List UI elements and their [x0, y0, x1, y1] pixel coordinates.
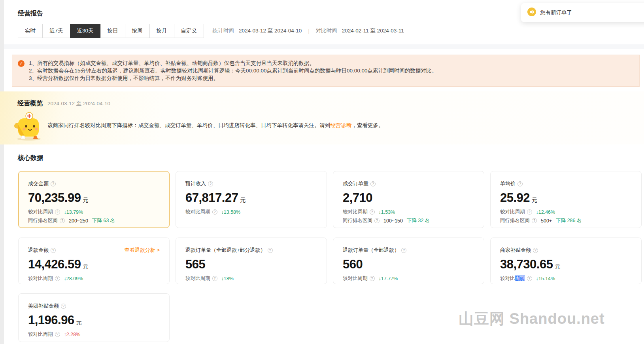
tab-by-week[interactable]: 按周: [125, 24, 150, 38]
business-report-page: 经营报告 实时 近7天 近30天 按日 按周 按月 自定义 统计时间 2024-…: [0, 0, 644, 344]
overview-date-range: 2024-03-12 至 2024-04-10: [47, 100, 110, 107]
card-avg-order-price[interactable]: 单均价 25.92 元 较对比周期 ↓12.46% 同行排名区间 500+ 下降…: [490, 171, 642, 228]
metric-label: 预计收入: [185, 180, 213, 187]
trend-value: ↑2.28%: [64, 332, 81, 337]
compare-label: 较对比周期: [185, 209, 210, 215]
help-icon[interactable]: [60, 218, 65, 223]
metric-label: 单均价: [500, 180, 523, 187]
business-diagnosis-link[interactable]: 经营诊断: [330, 122, 352, 128]
card-order-count[interactable]: 成交订单量 2,710 较对比周期 ↓1.53% 同行排名区间 100~150 …: [333, 171, 484, 228]
metric-unit: 元: [555, 263, 560, 270]
business-overview-section: 经营概览 2024-03-12 至 2024-04-10 该商家同行排名较: [0, 91, 644, 144]
check-circle-icon: [18, 60, 25, 67]
compare-label: 较对比周期: [185, 275, 210, 282]
notice-line: 1、所有的交易指标（如成交金额、成交订单量、单均价、补贴金额、动销商品数）仅包含…: [29, 59, 633, 67]
overview-title: 经营概览: [17, 99, 43, 108]
card-merchant-subsidy[interactable]: 商家补贴金额 38,730.65 元 较对比周期 ↓15.14%: [490, 238, 642, 284]
selected-text: 周期: [515, 276, 525, 281]
trend-value: ↓18%: [221, 276, 234, 281]
new-order-toast[interactable]: 您有新订单了: [521, 3, 644, 22]
compare-label: 较对比周期: [28, 331, 53, 338]
compare-label: 较对比周期: [28, 275, 53, 282]
rank-range: 500+: [541, 218, 552, 224]
rank-range: 100~150: [383, 218, 403, 224]
tab-by-month[interactable]: 按月: [149, 24, 174, 38]
metric-value: 2,710: [343, 191, 372, 205]
tab-last-30-days[interactable]: 近30天: [70, 24, 101, 38]
metric-unit: 元: [83, 197, 88, 204]
help-icon[interactable]: [61, 304, 66, 309]
trend-value: ↓28.09%: [64, 276, 83, 281]
card-estimated-income[interactable]: 预计收入 67,817.27 元 较对比周期 ↓13.58%: [176, 171, 327, 228]
watermark: 山豆网 Shandou.net: [459, 309, 605, 329]
metric-cards-row-2: 退款金额 查看退款分析 > 14,426.59 元 较对比周期 ↓28.09% …: [18, 238, 644, 284]
time-separator: |: [308, 28, 310, 34]
notice-line: 3、经营分析数据仅作为日常数据分析使用，不影响结算，不作为财务对账使用。: [29, 74, 633, 82]
card-refund-orders-all-partial[interactable]: 退款订单量（全部退款+部分退款） 565 较对比周期 ↓18%: [176, 238, 327, 284]
help-icon[interactable]: [374, 218, 380, 223]
tab-by-day[interactable]: 按日: [100, 24, 125, 38]
megaphone-icon: [527, 8, 536, 18]
help-icon[interactable]: [208, 181, 213, 186]
help-icon[interactable]: [527, 209, 532, 215]
rank-label: 同行排名区间: [343, 217, 372, 224]
rank-change: 下降 32 名: [407, 217, 430, 224]
trend-value: ↓15.14%: [536, 276, 555, 281]
statistics-time-bar: 统计时间 2024-03-12 至 2024-04-10 | 对比时间 2024…: [213, 27, 404, 34]
help-icon[interactable]: [55, 209, 60, 215]
notice-banner: 1、所有的交易指标（如成交金额、成交订单量、单均价、补贴金额、动销商品数）仅包含…: [12, 55, 640, 87]
metric-cards-row-1: 成交金额 70,235.99 元 较对比周期 ↓13.79% 同行排名区间 20…: [18, 171, 644, 228]
help-icon[interactable]: [532, 218, 537, 223]
help-icon[interactable]: [55, 332, 60, 337]
help-icon[interactable]: [51, 248, 56, 253]
help-icon[interactable]: [55, 276, 60, 281]
compare-label: 较对比周期: [343, 209, 368, 215]
compare-time-range: 2024-02-11 至 2024-03-11: [342, 27, 404, 34]
metric-unit: 元: [532, 197, 537, 204]
tab-realtime[interactable]: 实时: [18, 24, 43, 38]
card-refund-orders-full[interactable]: 退款订单量（全部退款） 560 较对比周期 ↓17.77%: [333, 238, 484, 284]
help-icon[interactable]: [51, 181, 56, 186]
compare-label: 较对比周期: [28, 209, 53, 215]
view-refund-analysis-link[interactable]: 查看退款分析 >: [125, 247, 160, 254]
help-icon[interactable]: [212, 209, 217, 215]
help-icon[interactable]: [517, 181, 523, 186]
help-icon[interactable]: [401, 248, 406, 253]
metric-label: 美团补贴金额: [28, 302, 66, 310]
trend-value: ↓13.79%: [64, 209, 83, 215]
metric-value: 560: [343, 257, 363, 272]
help-icon[interactable]: [268, 248, 273, 253]
help-icon[interactable]: [370, 181, 376, 186]
metric-unit: 元: [76, 319, 82, 326]
help-icon[interactable]: [533, 248, 538, 253]
overview-insight-text: 该商家同行排名较对比周期下降指标：成交金额、成交订单量、单均价、日均进店转化率、…: [47, 122, 384, 129]
report-toolbar: 实时 近7天 近30天 按日 按周 按月 自定义 统计时间 2024-03-12…: [18, 24, 644, 38]
tab-last-7-days[interactable]: 近7天: [42, 24, 70, 38]
card-transaction-amount[interactable]: 成交金额 70,235.99 元 较对比周期 ↓13.79% 同行排名区间 20…: [18, 171, 170, 228]
metric-value: 67,817.27: [185, 191, 238, 205]
metric-label: 退款金额: [28, 247, 56, 254]
metric-value: 14,426.59: [28, 257, 81, 272]
help-icon[interactable]: [527, 276, 532, 281]
mascot-icon: [12, 111, 46, 142]
trend-value: ↓12.46%: [536, 209, 555, 215]
rank-label: 同行排名区间: [28, 217, 58, 224]
overview-text-after: ，查看更多。: [352, 122, 384, 128]
rank-change: 下降 286 名: [556, 217, 582, 224]
metric-label: 商家补贴金额: [500, 247, 538, 254]
card-refund-amount[interactable]: 退款金额 查看退款分析 > 14,426.59 元 较对比周期 ↓28.09%: [18, 238, 170, 284]
help-icon[interactable]: [370, 209, 375, 215]
core-data-title: 核心数据: [18, 154, 644, 162]
tab-custom[interactable]: 自定义: [174, 24, 204, 38]
card-meituan-subsidy[interactable]: 美团补贴金额 1,196.96 元 较对比周期 ↑2.28%: [18, 293, 170, 342]
metric-unit: 元: [83, 263, 88, 270]
help-icon[interactable]: [370, 276, 375, 281]
metric-label: 成交订单量: [343, 180, 376, 187]
help-icon[interactable]: [212, 276, 217, 281]
rank-label: 同行排名区间: [500, 217, 530, 224]
metric-value: 70,235.99: [28, 191, 81, 205]
metric-label: 退款订单量（全部退款）: [343, 247, 406, 254]
stat-time-label: 统计时间: [213, 27, 234, 34]
metric-value: 25.92: [500, 191, 530, 205]
time-range-tabs: 实时 近7天 近30天 按日 按周 按月 自定义: [18, 24, 204, 38]
